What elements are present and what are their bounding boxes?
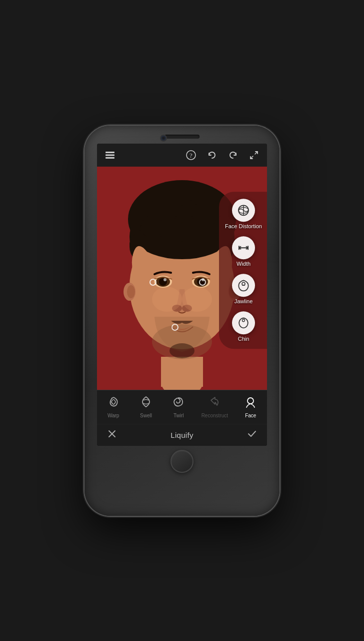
width-label: Width bbox=[236, 261, 250, 267]
side-panel-chin[interactable]: Chin bbox=[231, 309, 256, 344]
phone-speaker bbox=[164, 135, 200, 139]
action-title: Liquify bbox=[170, 431, 193, 439]
side-panel: Face Distortion Width bbox=[219, 192, 267, 349]
svg-rect-1 bbox=[106, 154, 114, 156]
toolbar-bottom: Warp Swell bbox=[97, 390, 267, 424]
layers-button[interactable] bbox=[103, 148, 117, 162]
phone-frame: ? bbox=[84, 126, 280, 516]
face-dot-chin[interactable] bbox=[172, 324, 178, 331]
face-tool-icon bbox=[244, 395, 257, 411]
svg-point-21 bbox=[141, 216, 163, 238]
side-panel-face-distortion[interactable]: Face Distortion bbox=[224, 197, 263, 231]
svg-rect-2 bbox=[106, 157, 114, 159]
width-icon bbox=[232, 236, 255, 259]
tool-face[interactable]: Face bbox=[236, 392, 264, 421]
face-dot-left-eye[interactable] bbox=[150, 279, 156, 286]
photo-area: Face Distortion Width bbox=[97, 167, 267, 390]
svg-point-27 bbox=[196, 193, 214, 211]
phone-camera bbox=[161, 136, 166, 141]
reconstruct-icon bbox=[208, 395, 221, 411]
svg-point-43 bbox=[127, 285, 135, 298]
jawline-icon bbox=[232, 274, 255, 297]
confirm-button[interactable] bbox=[247, 429, 257, 441]
svg-point-41 bbox=[170, 343, 194, 358]
svg-point-46 bbox=[152, 287, 182, 312]
phone-screen: ? bbox=[97, 144, 267, 446]
tool-warp[interactable]: Warp bbox=[100, 392, 128, 421]
cancel-button[interactable] bbox=[107, 429, 117, 441]
warp-label: Warp bbox=[108, 413, 120, 418]
chin-label: Chin bbox=[238, 336, 250, 342]
svg-point-33 bbox=[164, 278, 166, 281]
face-distortion-label: Face Distortion bbox=[225, 223, 262, 229]
svg-point-56 bbox=[248, 398, 254, 404]
home-button[interactable] bbox=[170, 450, 194, 473]
tool-reconstruct[interactable]: Reconstruct bbox=[198, 392, 232, 421]
toolbar-top-left bbox=[103, 148, 117, 162]
reconstruct-label: Reconstruct bbox=[202, 413, 228, 418]
twirl-icon bbox=[172, 395, 185, 411]
side-panel-width[interactable]: Width bbox=[231, 234, 256, 269]
side-panel-jawline[interactable]: Jawline bbox=[231, 272, 256, 306]
svg-point-28 bbox=[153, 193, 171, 211]
face-tool-label: Face bbox=[245, 413, 256, 418]
svg-point-55 bbox=[242, 319, 245, 321]
svg-point-29 bbox=[171, 183, 193, 205]
swell-icon bbox=[140, 395, 152, 411]
jawline-label: Jawline bbox=[234, 298, 253, 304]
expand-button[interactable] bbox=[247, 148, 261, 162]
svg-rect-0 bbox=[106, 152, 114, 153]
tool-twirl[interactable]: Twirl bbox=[164, 392, 192, 421]
face-distortion-icon bbox=[232, 199, 255, 222]
chin-icon bbox=[232, 311, 255, 334]
warp-icon bbox=[107, 395, 120, 411]
toolbar-top-right: ? bbox=[184, 148, 261, 162]
svg-point-47 bbox=[182, 287, 212, 312]
redo-button[interactable] bbox=[226, 148, 240, 162]
help-button[interactable]: ? bbox=[184, 148, 198, 162]
tool-swell[interactable]: Swell bbox=[132, 392, 160, 421]
undo-button[interactable] bbox=[205, 148, 219, 162]
toolbar-top: ? bbox=[97, 144, 267, 167]
twirl-label: Twirl bbox=[174, 413, 184, 418]
action-bar: Liquify bbox=[97, 424, 267, 446]
face-dot-right-eye[interactable] bbox=[199, 279, 206, 286]
swell-label: Swell bbox=[140, 413, 152, 418]
svg-text:?: ? bbox=[190, 152, 192, 159]
svg-rect-9 bbox=[161, 357, 203, 387]
